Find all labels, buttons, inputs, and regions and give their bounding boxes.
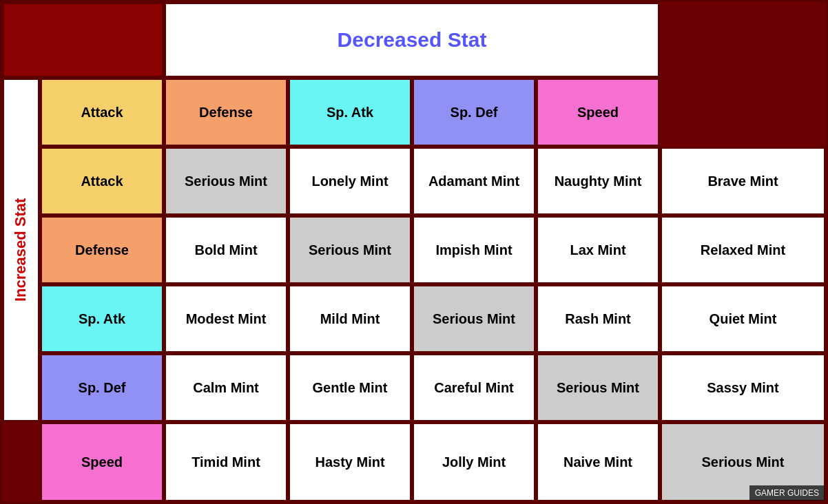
cell-speed-atk: Timid Mint [164, 422, 288, 502]
cell-spdef-def: Gentle Mint [288, 353, 412, 422]
cell-speed-spatk: Jolly Mint [412, 422, 536, 502]
cell-spdef-atk: Calm Mint [164, 353, 288, 422]
increased-stat-label: Increased Stat [12, 198, 30, 302]
cell-atk-speed: Brave Mint [660, 147, 826, 216]
cell-atk-def: Lonely Mint [288, 147, 412, 216]
cell-atk-atk: Serious Mint [164, 147, 288, 216]
cell-def-spdef: Lax Mint [536, 216, 660, 284]
cell-spatk-def: Mild Mint [288, 284, 412, 353]
col-header-def: Defense [164, 78, 288, 147]
cell-def-spatk: Impish Mint [412, 216, 536, 284]
row-header-spdef: Sp. Def [40, 353, 164, 422]
col-header-spdef: Sp. Def [412, 78, 536, 147]
cell-def-speed: Relaxed Mint [660, 216, 826, 284]
cell-atk-spdef: Naughty Mint [536, 147, 660, 216]
col-header-spatk: Sp. Atk [288, 78, 412, 147]
cell-spatk-spatk: Serious Mint [412, 284, 536, 353]
increased-stat-header: Increased Stat [2, 78, 40, 422]
col-header-speed: Speed [536, 78, 660, 147]
cell-spdef-spatk: Careful Mint [412, 353, 536, 422]
cell-speed-def: Hasty Mint [288, 422, 412, 502]
decreased-stat-label: Decreased Stat [338, 28, 487, 52]
cell-spatk-speed: Quiet Mint [660, 284, 826, 353]
decreased-stat-header: Decreased Stat [164, 2, 660, 78]
cell-def-atk: Bold Mint [164, 216, 288, 284]
cell-speed-spdef: Naive Mint [536, 422, 660, 502]
col-header-atk: Attack [40, 78, 164, 147]
watermark: GAMER GUIDES [749, 485, 825, 501]
row-header-spatk: Sp. Atk [40, 284, 164, 353]
cell-spatk-spdef: Rash Mint [536, 284, 660, 353]
row-header-def: Defense [40, 216, 164, 284]
cell-atk-spatk: Adamant Mint [412, 147, 536, 216]
row-header-speed: Speed [40, 422, 164, 502]
table-grid: Decreased Stat Increased Stat Attack Def… [0, 0, 828, 504]
cell-def-def: Serious Mint [288, 216, 412, 284]
row-header-atk: Attack [40, 147, 164, 216]
cell-spatk-atk: Modest Mint [164, 284, 288, 353]
cell-spdef-spdef: Serious Mint [536, 353, 660, 422]
cell-spdef-speed: Sassy Mint [660, 353, 826, 422]
main-container: ᗑᗑ Decreased Stat Increased Stat [0, 0, 828, 504]
corner-cell [2, 2, 164, 78]
